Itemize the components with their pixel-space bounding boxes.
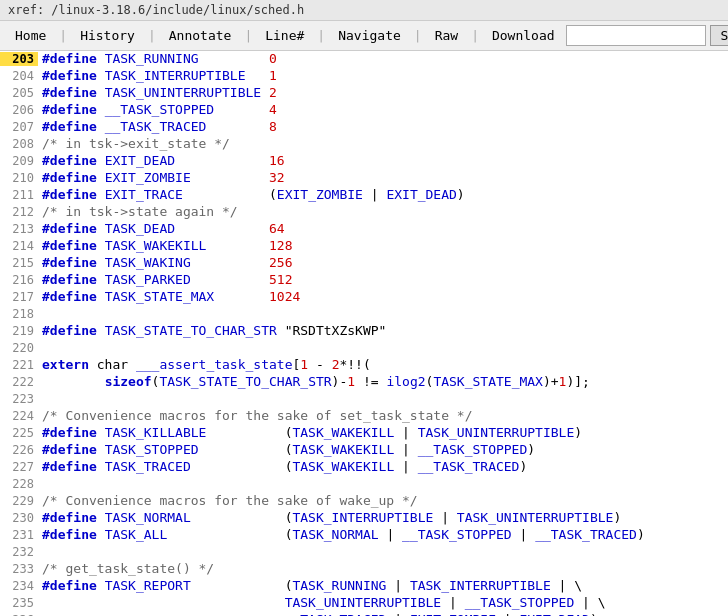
search-button[interactable]: Search [710, 25, 728, 46]
line-content: /* get_task_state() */ [38, 561, 214, 576]
table-row: 216#define TASK_PARKED 512 [0, 272, 728, 289]
tab-raw[interactable]: Raw [424, 24, 469, 47]
line-number: 223 [0, 392, 38, 406]
line-content [38, 544, 50, 559]
search-area: Search [566, 25, 728, 46]
table-row: 208/* in tsk->exit_state */ [0, 136, 728, 153]
line-content: TASK_UNINTERRUPTIBLE | __TASK_STOPPED | … [38, 595, 606, 610]
line-number: 216 [0, 273, 38, 287]
line-number: 203 [0, 52, 38, 66]
code-area: 203#define TASK_RUNNING 0204#define TASK… [0, 51, 728, 616]
tab-home[interactable]: Home [4, 24, 57, 47]
table-row: 206#define __TASK_STOPPED 4 [0, 102, 728, 119]
tab-download[interactable]: Download [481, 24, 566, 47]
line-number: 234 [0, 579, 38, 593]
line-number: 212 [0, 205, 38, 219]
table-row: 210#define EXIT_ZOMBIE 32 [0, 170, 728, 187]
table-row: 209#define EXIT_DEAD 16 [0, 153, 728, 170]
line-content: #define TASK_INTERRUPTIBLE 1 [38, 68, 277, 83]
line-number: 208 [0, 137, 38, 151]
line-number: 204 [0, 69, 38, 83]
line-content: #define TASK_STATE_TO_CHAR_STR "RSDTtXZs… [38, 323, 386, 338]
table-row: 219#define TASK_STATE_TO_CHAR_STR "RSDTt… [0, 323, 728, 340]
line-content: #define TASK_KILLABLE (TASK_WAKEKILL | T… [38, 425, 582, 440]
line-content [38, 306, 50, 321]
table-row: 221extern char ___assert_task_state[1 - … [0, 357, 728, 374]
table-row: 211#define EXIT_TRACE (EXIT_ZOMBIE | EXI… [0, 187, 728, 204]
table-row: 205#define TASK_UNINTERRUPTIBLE 2 [0, 85, 728, 102]
line-number: 205 [0, 86, 38, 100]
line-number: 231 [0, 528, 38, 542]
line-content: #define EXIT_ZOMBIE 32 [38, 170, 285, 185]
line-content: #define TASK_STATE_MAX 1024 [38, 289, 300, 304]
line-content: /* Convenience macros for the sake of wa… [38, 493, 418, 508]
line-number: 228 [0, 477, 38, 491]
line-number: 214 [0, 239, 38, 253]
line-content: #define __TASK_STOPPED 4 [38, 102, 277, 117]
table-row: 231#define TASK_ALL (TASK_NORMAL | __TAS… [0, 527, 728, 544]
table-row: 234#define TASK_REPORT (TASK_RUNNING | T… [0, 578, 728, 595]
title-bar: xref: /linux-3.18.6/include/linux/sched.… [0, 0, 728, 21]
sep-5: | [412, 28, 424, 43]
line-content: #define TASK_STOPPED (TASK_WAKEKILL | __… [38, 442, 535, 457]
line-content: #define TASK_TRACED (TASK_WAKEKILL | __T… [38, 459, 527, 474]
table-row: 220 [0, 340, 728, 357]
table-row: 232 [0, 544, 728, 561]
table-row: 225#define TASK_KILLABLE (TASK_WAKEKILL … [0, 425, 728, 442]
line-number: 213 [0, 222, 38, 236]
table-row: 204#define TASK_INTERRUPTIBLE 1 [0, 68, 728, 85]
table-row: 218 [0, 306, 728, 323]
sep-4: | [315, 28, 327, 43]
table-row: 217#define TASK_STATE_MAX 1024 [0, 289, 728, 306]
line-number: 224 [0, 409, 38, 423]
table-row: 222 sizeof(TASK_STATE_TO_CHAR_STR)-1 != … [0, 374, 728, 391]
table-row: 212/* in tsk->state again */ [0, 204, 728, 221]
sep-2: | [146, 28, 158, 43]
line-content: #define TASK_WAKING 256 [38, 255, 292, 270]
line-number: 218 [0, 307, 38, 321]
sep-6: | [469, 28, 481, 43]
table-row: 235 TASK_UNINTERRUPTIBLE | __TASK_STOPPE… [0, 595, 728, 612]
line-content [38, 391, 50, 406]
line-number: 215 [0, 256, 38, 270]
line-number: 229 [0, 494, 38, 508]
table-row: 213#define TASK_DEAD 64 [0, 221, 728, 238]
line-content: #define TASK_DEAD 64 [38, 221, 285, 236]
table-row: 230#define TASK_NORMAL (TASK_INTERRUPTIB… [0, 510, 728, 527]
sep-3: | [242, 28, 254, 43]
line-number: 222 [0, 375, 38, 389]
table-row: 215#define TASK_WAKING 256 [0, 255, 728, 272]
line-content [38, 340, 50, 355]
line-content: #define __TASK_TRACED 8 [38, 119, 277, 134]
line-content: extern char ___assert_task_state[1 - 2*!… [38, 357, 379, 372]
line-number: 221 [0, 358, 38, 372]
table-row: 223 [0, 391, 728, 408]
line-number: 227 [0, 460, 38, 474]
line-number: 209 [0, 154, 38, 168]
line-number: 226 [0, 443, 38, 457]
table-row: 224/* Convenience macros for the sake of… [0, 408, 728, 425]
sep-1: | [57, 28, 69, 43]
search-input[interactable] [566, 25, 706, 46]
line-number: 220 [0, 341, 38, 355]
line-content [38, 476, 50, 491]
table-row: 227#define TASK_TRACED (TASK_WAKEKILL | … [0, 459, 728, 476]
tab-history[interactable]: History [69, 24, 146, 47]
tab-navigate[interactable]: Navigate [327, 24, 412, 47]
table-row: 228 [0, 476, 728, 493]
line-content: #define TASK_RUNNING 0 [38, 51, 277, 66]
line-content: #define TASK_REPORT (TASK_RUNNING | TASK… [38, 578, 582, 593]
tab-lineno[interactable]: Line# [254, 24, 315, 47]
line-content: #define EXIT_DEAD 16 [38, 153, 285, 168]
table-row: 207#define __TASK_TRACED 8 [0, 119, 728, 136]
line-number: 232 [0, 545, 38, 559]
table-row: 236 __TASK_TRACED | EXIT_ZOMBIE | EXIT_D… [0, 612, 728, 616]
line-number: 235 [0, 596, 38, 610]
line-content: #define EXIT_TRACE (EXIT_ZOMBIE | EXIT_D… [38, 187, 465, 202]
line-content: #define TASK_WAKEKILL 128 [38, 238, 292, 253]
line-number: 210 [0, 171, 38, 185]
tab-annotate[interactable]: Annotate [158, 24, 243, 47]
line-number: 230 [0, 511, 38, 525]
line-number: 233 [0, 562, 38, 576]
line-number: 211 [0, 188, 38, 202]
